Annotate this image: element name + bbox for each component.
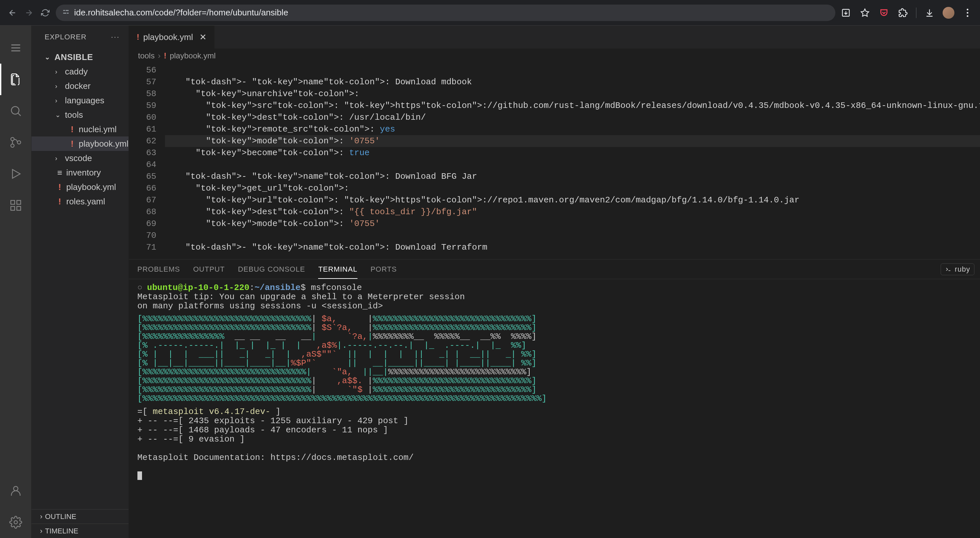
explorer-icon[interactable] — [0, 64, 32, 95]
metasploit-banner: [%%%%%%%%%%%%%%%%%%%%%%%%%%%%%%%%%| $a, … — [137, 315, 980, 403]
timeline-section[interactable]: › TIMELINE — [32, 524, 129, 538]
terminal-stat-line: + -- --=[ 1468 payloads - 47 encoders - … — [137, 425, 980, 435]
file-nuclei[interactable]: ! nuclei.yml — [32, 122, 129, 137]
tab-ports[interactable]: PORTS — [371, 265, 397, 274]
file-label: nuclei.yml — [79, 124, 117, 135]
yaml-file-icon: ! — [55, 196, 64, 207]
code-content[interactable]: "tok-dash">- "tok-key">name"tok-colon">:… — [165, 63, 980, 259]
downloads-icon[interactable] — [924, 7, 935, 19]
pocket-icon[interactable] — [878, 7, 890, 19]
bookmark-icon[interactable] — [859, 7, 871, 19]
menu-icon[interactable] — [0, 32, 32, 64]
terminal-profile-button[interactable]: ruby — [941, 263, 974, 275]
terminal-command: msfconsole — [311, 283, 362, 293]
outline-section[interactable]: › OUTLINE — [32, 509, 129, 524]
chevron-right-icon: › — [55, 68, 63, 75]
outline-label: OUTLINE — [45, 513, 76, 521]
yaml-file-icon: ! — [68, 124, 77, 135]
url-bar[interactable]: ide.rohitsalecha.com/code/?folder=/home/… — [56, 5, 835, 21]
chevron-right-icon: › — [158, 51, 161, 60]
editor-area: ! playbook.yml ✕ ··· tools › ! playbook.… — [129, 25, 980, 538]
browser-menu-icon[interactable] — [962, 7, 974, 19]
folder-vscode[interactable]: › vscode — [32, 151, 129, 166]
accounts-icon[interactable] — [0, 475, 32, 506]
file-playbook-tools[interactable]: ! playbook.yml — [32, 137, 129, 151]
chevron-right-icon: › — [40, 513, 42, 521]
activity-bar — [0, 25, 32, 538]
folder-label: languages — [65, 96, 104, 106]
folder-docker[interactable]: › docker — [32, 79, 129, 93]
explorer-sidebar: EXPLORER ··· ⌄ ANSIBLE › caddy › docker … — [32, 25, 129, 538]
nav-back-button[interactable] — [6, 7, 18, 19]
terminal-cursor — [137, 471, 142, 480]
terminal-content[interactable]: ○ubuntu@ip-10-0-1-220:~/ansible$ msfcons… — [129, 279, 980, 538]
yaml-file-icon: ! — [164, 51, 166, 60]
svg-point-8 — [11, 107, 19, 114]
file-playbook[interactable]: ! playbook.yml — [32, 180, 129, 194]
svg-rect-1 — [65, 10, 68, 11]
tab-debug-console[interactable]: DEBUG CONSOLE — [238, 265, 305, 274]
panel-actions: ruby ＋ ⌄ ··· ✕ — [941, 263, 980, 275]
folder-label: tools — [65, 110, 83, 120]
url-text: ide.rohitsalecha.com/code/?folder=/home/… — [74, 8, 288, 18]
browser-toolbar: ide.rohitsalecha.com/code/?folder=/home/… — [0, 0, 980, 25]
install-app-icon[interactable] — [840, 7, 852, 19]
chevron-right-icon: › — [55, 154, 63, 162]
svg-rect-0 — [63, 10, 65, 11]
terminal-docs-line: Metasploit Documentation: https://docs.m… — [137, 453, 980, 462]
terminal-lang-label: ruby — [955, 265, 970, 274]
svg-point-18 — [14, 520, 18, 524]
file-label: roles.yaml — [66, 196, 105, 207]
close-tab-icon[interactable]: ✕ — [199, 32, 207, 42]
breadcrumb[interactable]: tools › ! playbook.yml — [129, 49, 980, 63]
folder-tools[interactable]: ⌄ tools — [32, 108, 129, 122]
terminal-tip: Metasploit tip: You can upgrade a shell … — [137, 292, 472, 310]
text-file-icon: ≡ — [55, 168, 64, 178]
file-inventory[interactable]: ≡ inventory — [32, 166, 129, 180]
search-icon[interactable] — [0, 95, 32, 127]
breadcrumb-seg[interactable]: playbook.yml — [170, 51, 215, 60]
nav-reload-button[interactable] — [39, 7, 51, 19]
chevron-down-icon: ⌄ — [45, 53, 52, 61]
svg-point-5 — [967, 8, 969, 10]
tab-output[interactable]: OUTPUT — [193, 265, 225, 274]
profile-avatar[interactable] — [943, 7, 955, 19]
nav-forward-button[interactable] — [23, 7, 35, 19]
extensions-view-icon[interactable] — [0, 189, 32, 221]
code-editor[interactable]: 56575859606162636465666768697071 "tok-da… — [129, 63, 980, 259]
bottom-panel: PROBLEMS OUTPUT DEBUG CONSOLE TERMINAL P… — [129, 259, 980, 538]
site-settings-icon[interactable] — [62, 8, 70, 18]
panel-tabs: PROBLEMS OUTPUT DEBUG CONSOLE TERMINAL P… — [129, 259, 980, 279]
svg-point-11 — [18, 141, 21, 144]
tab-playbook[interactable]: ! playbook.yml ✕ — [129, 25, 215, 49]
terminal-stat-line: + -- --=[ 2435 exploits - 1255 auxiliary… — [137, 416, 980, 425]
run-debug-icon[interactable] — [0, 158, 32, 189]
terminal-prompt: ○ubuntu@ip-10-0-1-220:~/ansible$ msfcons… — [137, 283, 980, 292]
breadcrumb-seg[interactable]: tools — [138, 51, 155, 60]
sidebar-more-icon[interactable]: ··· — [111, 33, 120, 41]
file-roles[interactable]: ! roles.yaml — [32, 194, 129, 209]
extensions-icon[interactable] — [897, 7, 909, 19]
svg-rect-13 — [11, 201, 15, 204]
svg-point-9 — [11, 137, 14, 141]
editor-tabs: ! playbook.yml ✕ ··· — [129, 25, 980, 49]
tree-root[interactable]: ⌄ ANSIBLE — [32, 50, 129, 64]
sidebar-header: EXPLORER ··· — [32, 25, 129, 49]
folder-languages[interactable]: › languages — [32, 93, 129, 108]
file-label: inventory — [66, 168, 101, 178]
tab-problems[interactable]: PROBLEMS — [137, 265, 180, 274]
file-label: playbook.yml — [79, 139, 129, 149]
tab-terminal[interactable]: TERMINAL — [318, 265, 357, 279]
yaml-file-icon: ! — [137, 32, 139, 41]
svg-rect-15 — [17, 206, 21, 210]
file-tree: ⌄ ANSIBLE › caddy › docker › languages ⌄… — [32, 49, 129, 509]
timeline-label: TIMELINE — [45, 527, 78, 535]
folder-label: docker — [65, 81, 91, 91]
folder-caddy[interactable]: › caddy — [32, 64, 129, 79]
file-label: playbook.yml — [66, 182, 116, 192]
source-control-icon[interactable] — [0, 127, 32, 158]
browser-actions — [840, 7, 974, 19]
svg-point-10 — [11, 144, 14, 147]
chevron-right-icon: › — [55, 82, 63, 90]
settings-gear-icon[interactable] — [0, 506, 32, 538]
